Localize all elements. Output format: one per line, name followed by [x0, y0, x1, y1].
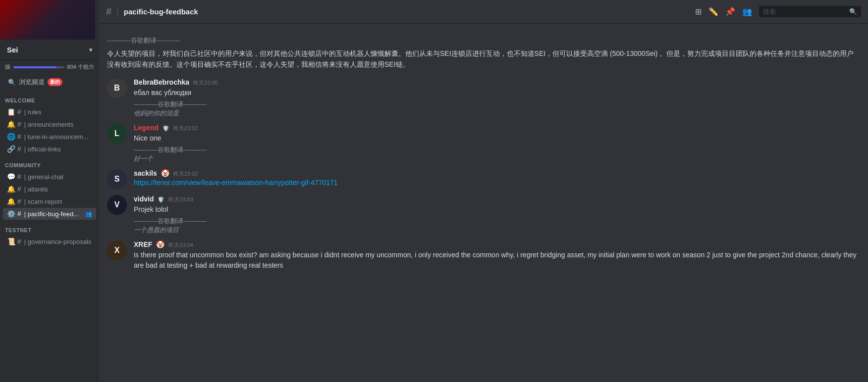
channel-item-atlantis[interactable]: 🔔 #| atlantis — [3, 183, 96, 195]
topbar-channel-name: pacific-bug-feedback — [124, 7, 198, 16]
level-label: 级 — [5, 63, 10, 71]
channel-hash-icon: 🔔 # — [7, 185, 21, 193]
channel-label-pacific-bug-feedback: | pacific-bug-feed... — [24, 210, 82, 218]
channel-hash-icon: 💬 # — [7, 173, 21, 181]
channel-label-tune-in-announcements: | tune-in-announcem... — [24, 133, 92, 141]
channel-hash-icon: 🔗 # — [7, 145, 21, 153]
channel-item-rules[interactable]: 📋 #| rules — [3, 106, 96, 118]
browse-channels-button[interactable]: 🔍 浏览频道 新的 — [3, 76, 96, 89]
level-bar-section: 级 804 个助力 — [0, 60, 99, 74]
message-content: sackils 🤡昨天23:02https://tenor.com/view/l… — [134, 169, 860, 189]
pin-icon[interactable]: 📌 — [725, 7, 735, 16]
section-header-community: COMMUNITY — [0, 155, 99, 170]
role-badge: 🛡️ — [158, 196, 164, 203]
server-name: Sei — [7, 46, 18, 54]
message-translation: 好一个 — [134, 154, 860, 163]
messages-area: -----------谷歌翻译-----------令人失望的项目，对我们自己社… — [99, 24, 868, 382]
channel-label-general-chat: | general-chat — [24, 173, 92, 181]
message-header: Legend 🛡️昨天23:02 — [134, 124, 860, 132]
message-translation: 他妈的你的混蛋 — [134, 109, 860, 118]
channel-item-scam-report[interactable]: 🔔 #| scam-report — [3, 195, 96, 207]
message-translation: 一个愚蠢的项目 — [134, 226, 860, 235]
channel-label-official-links: | official-links — [24, 145, 92, 153]
message-username[interactable]: XREF — [134, 240, 152, 248]
message-content: vidvid 🛡️昨天23:03Projek tolol-----------谷… — [134, 195, 860, 235]
message-username[interactable]: BebraBebrochka — [134, 78, 189, 86]
message-text: Projek tolol — [134, 204, 860, 215]
sidebar-sections: WELCOME📋 #| rules🔔 #| announcements🌐 #| … — [0, 91, 99, 248]
topbar: # | pacific-bug-feedback ⊞ ✏️ 📌 👥 🔍 — [99, 0, 868, 24]
role-badge: 🛡️ — [163, 125, 169, 132]
channel-label-announcements: | announcements — [24, 121, 92, 128]
avatar: V — [107, 195, 127, 215]
avatar: B — [107, 78, 127, 98]
message-username[interactable]: Legend — [134, 124, 159, 132]
server-banner — [0, 0, 95, 40]
message-header: BebraBebrochka昨天23:00 — [134, 78, 860, 87]
message-timestamp: 昨天23:00 — [193, 79, 218, 87]
channel-item-tune-in-announcements[interactable]: 🌐 #| tune-in-announcem... — [3, 131, 96, 143]
channel-hash-icon: # — [106, 6, 111, 17]
search-input[interactable] — [763, 8, 846, 15]
level-bar-outer — [13, 66, 64, 68]
message-link[interactable]: https://tenor.com/view/leave-emmawatson-… — [134, 179, 860, 187]
translation-separator: -----------谷歌翻译----------- — [134, 145, 860, 154]
avatar: L — [107, 124, 127, 143]
channel-item-governance-proposals[interactable]: 📜 #| governance-proposals — [3, 236, 96, 247]
search-box[interactable]: 🔍 — [759, 6, 861, 17]
message-timestamp: 昨天23:03 — [168, 196, 193, 203]
section-header-testnet: TESTNET — [0, 220, 99, 235]
translation-separator: -----------谷歌翻译----------- — [134, 100, 860, 109]
user-emoji-badge: 🤡 — [156, 240, 164, 248]
channel-item-official-links[interactable]: 🔗 #| official-links — [3, 143, 96, 155]
channel-label-scam-report: | scam-report — [24, 198, 92, 205]
browse-channels-label: 浏览频道 — [19, 78, 45, 87]
message-timestamp: 昨天23:02 — [173, 125, 198, 132]
topbar-icons: ⊞ ✏️ 📌 👥 🔍 — [695, 6, 861, 17]
message-header: XREF 🤡昨天23:04 — [134, 240, 860, 249]
level-bar-inner — [13, 66, 56, 68]
message-content: BebraBebrochka昨天23:00ебал вас ублюдки---… — [134, 78, 860, 118]
translation-separator: -----------谷歌翻译----------- — [134, 217, 860, 226]
avatar: S — [107, 169, 127, 189]
members-icon[interactable]: 👥 — [742, 7, 752, 16]
server-header[interactable]: Sei ▾ — [0, 40, 99, 60]
message-username[interactable]: vidvid — [134, 195, 154, 203]
channel-hash-icon: 📋 # — [7, 108, 21, 116]
avatar: X — [107, 240, 127, 260]
translation-separator: -----------谷歌翻译----------- — [107, 36, 860, 46]
table-row: BBebraBebrochka昨天23:00ебал вас ублюдки--… — [107, 76, 860, 120]
channel-label-atlantis: | atlantis — [24, 186, 92, 193]
sidebar: Sei ▾ 级 804 个助力 🔍 浏览频道 新的 WELCOME📋 #| ru… — [0, 0, 99, 382]
system-message-block: -----------谷歌翻译-----------令人失望的项目，对我们自己社… — [107, 32, 860, 76]
channel-hash-icon: 🔔 # — [7, 120, 21, 128]
message-timestamp: 昨天23:04 — [168, 241, 193, 249]
edit-icon[interactable]: ✏️ — [708, 7, 718, 16]
channel-label-rules: | rules — [24, 108, 92, 116]
message-text: ебал вас ублюдки — [134, 88, 860, 98]
hyperlink[interactable]: https://tenor.com/view/leave-emmawatson-… — [134, 179, 338, 187]
topbar-divider: | — [116, 6, 119, 17]
search-submit-icon: 🔍 — [849, 8, 857, 15]
message-text: Nice one — [134, 133, 860, 143]
channel-hash-icon: 🔔 # — [7, 197, 21, 205]
channel-item-pacific-bug-feedback[interactable]: ⚙️ #| pacific-bug-feed...👥 — [3, 208, 96, 220]
channel-hash-icon: ⚙️ # — [7, 210, 21, 218]
message-content: XREF 🤡昨天23:04is there proof that uncommo… — [134, 240, 860, 271]
message-text: is there proof that uncommon box exist? … — [134, 250, 860, 271]
table-row: LLegend 🛡️昨天23:02Nice one-----------谷歌翻译… — [107, 122, 860, 165]
table-row: Vvidvid 🛡️昨天23:03Projek tolol-----------… — [107, 193, 860, 237]
user-emoji-badge: 🤡 — [161, 169, 169, 177]
channel-hash-icon: 📜 # — [7, 238, 21, 245]
message-username[interactable]: sackils — [134, 169, 157, 177]
hashtag-icon[interactable]: ⊞ — [695, 7, 702, 16]
message-content: Legend 🛡️昨天23:02Nice one-----------谷歌翻译-… — [134, 124, 860, 163]
channel-item-general-chat[interactable]: 💬 #| general-chat — [3, 171, 96, 183]
table-row: Ssackils 🤡昨天23:02https://tenor.com/view/… — [107, 167, 860, 191]
message-header: vidvid 🛡️昨天23:03 — [134, 195, 860, 203]
message-timestamp: 昨天23:02 — [173, 170, 198, 178]
system-text: 令人失望的项目，对我们自己社区中的用户来说，但对其他公共连锁店中的互动机器人慷慨… — [107, 48, 860, 70]
new-badge: 新的 — [48, 78, 62, 86]
channel-label-governance-proposals: | governance-proposals — [24, 238, 92, 245]
channel-item-announcements[interactable]: 🔔 #| announcements — [3, 118, 96, 130]
